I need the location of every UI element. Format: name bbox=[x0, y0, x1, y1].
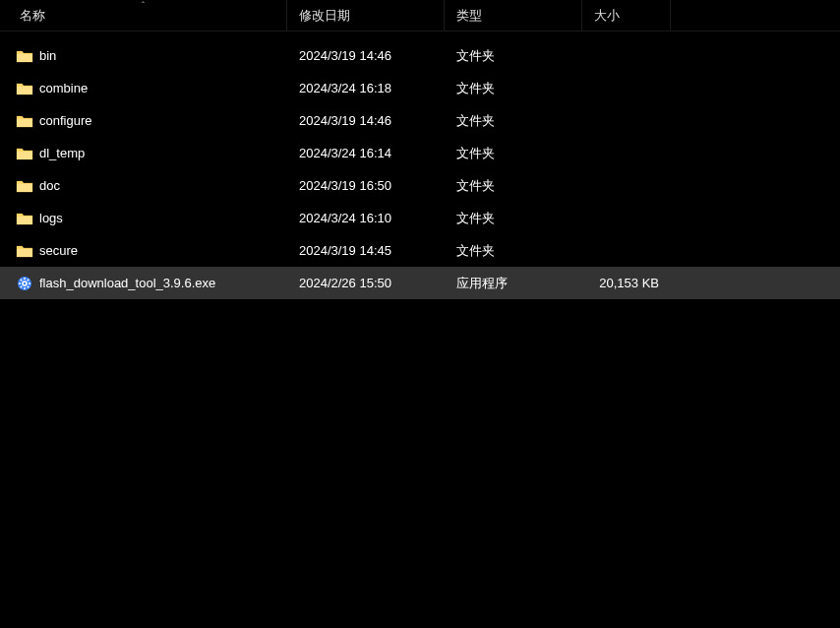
file-row[interactable]: dl_temp2024/3/24 16:14文件夹 bbox=[0, 137, 840, 169]
folder-icon bbox=[16, 48, 33, 64]
file-rows: bin2024/3/19 14:46文件夹combine2024/3/24 16… bbox=[0, 39, 840, 299]
cell-type: 文件夹 bbox=[445, 80, 582, 97]
cell-date: 2024/3/19 14:46 bbox=[287, 113, 445, 128]
file-name: flash_download_tool_3.9.6.exe bbox=[39, 276, 215, 290]
cell-date: 2024/3/19 14:45 bbox=[287, 243, 445, 258]
cell-date: 2024/3/19 16:50 bbox=[287, 178, 445, 193]
cell-name: dl_temp bbox=[16, 146, 287, 161]
cell-name: configure bbox=[16, 113, 287, 129]
column-headers: 名称 ˆ 修改日期 类型 大小 bbox=[0, 0, 840, 31]
file-name: combine bbox=[39, 81, 88, 95]
file-name: bin bbox=[39, 48, 56, 63]
cell-type: 文件夹 bbox=[445, 47, 582, 65]
cell-name: secure bbox=[16, 243, 287, 259]
cell-date: 2024/3/19 14:46 bbox=[287, 48, 445, 63]
file-row[interactable]: configure2024/3/19 14:46文件夹 bbox=[0, 104, 840, 137]
cell-type: 应用程序 bbox=[445, 275, 582, 292]
header-date-label: 修改日期 bbox=[299, 7, 350, 25]
file-row[interactable]: flash_download_tool_3.9.6.exe2024/2/26 1… bbox=[0, 267, 840, 299]
cell-type: 文件夹 bbox=[445, 112, 582, 130]
cell-name: doc bbox=[16, 178, 287, 194]
header-size[interactable]: 大小 bbox=[582, 0, 671, 31]
folder-icon bbox=[16, 146, 33, 161]
folder-icon bbox=[16, 81, 33, 96]
sort-indicator-icon: ˆ bbox=[142, 0, 145, 10]
file-row[interactable]: doc2024/3/19 16:50文件夹 bbox=[0, 169, 840, 202]
cell-date: 2024/3/24 16:18 bbox=[287, 81, 445, 95]
cell-date: 2024/3/24 16:10 bbox=[287, 211, 445, 225]
header-size-label: 大小 bbox=[594, 7, 620, 25]
file-name: logs bbox=[39, 211, 63, 225]
header-type[interactable]: 类型 bbox=[445, 0, 582, 31]
header-type-label: 类型 bbox=[456, 7, 482, 25]
cell-date: 2024/3/24 16:14 bbox=[287, 146, 445, 160]
file-name: configure bbox=[39, 113, 91, 128]
gear-icon bbox=[16, 276, 33, 291]
file-name: secure bbox=[39, 243, 78, 258]
folder-icon bbox=[16, 243, 33, 259]
folder-icon bbox=[16, 178, 33, 194]
cell-name: combine bbox=[16, 81, 287, 96]
header-date[interactable]: 修改日期 bbox=[287, 0, 445, 31]
cell-name: flash_download_tool_3.9.6.exe bbox=[16, 276, 287, 291]
file-list: 名称 ˆ 修改日期 类型 大小 bin2024/3/19 14:46文件夹com… bbox=[0, 0, 840, 299]
file-row[interactable]: bin2024/3/19 14:46文件夹 bbox=[0, 39, 840, 72]
cell-date: 2024/2/26 15:50 bbox=[287, 276, 445, 290]
file-name: dl_temp bbox=[39, 146, 85, 160]
cell-size: 20,153 KB bbox=[582, 276, 671, 290]
cell-type: 文件夹 bbox=[445, 210, 582, 227]
header-name-label: 名称 bbox=[20, 7, 45, 25]
cell-name: bin bbox=[16, 48, 287, 64]
file-name: doc bbox=[39, 178, 60, 193]
header-name[interactable]: 名称 ˆ bbox=[0, 0, 287, 31]
folder-icon bbox=[16, 113, 33, 129]
file-row[interactable]: combine2024/3/24 16:18文件夹 bbox=[0, 72, 840, 104]
file-row[interactable]: secure2024/3/19 14:45文件夹 bbox=[0, 234, 840, 267]
file-row[interactable]: logs2024/3/24 16:10文件夹 bbox=[0, 202, 840, 234]
cell-type: 文件夹 bbox=[445, 177, 582, 195]
folder-icon bbox=[16, 211, 33, 226]
cell-name: logs bbox=[16, 211, 287, 226]
cell-type: 文件夹 bbox=[445, 242, 582, 260]
cell-type: 文件夹 bbox=[445, 145, 582, 162]
